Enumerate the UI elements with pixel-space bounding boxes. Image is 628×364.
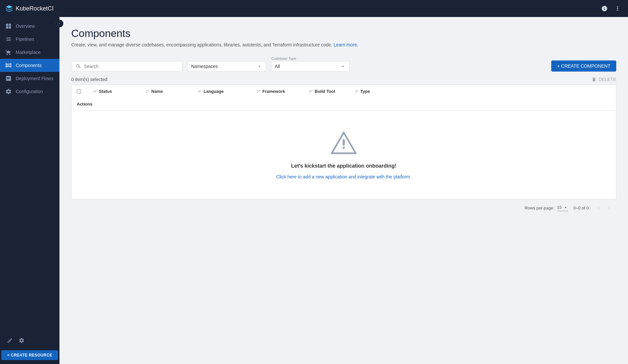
sidebar-collapse-button[interactable] (56, 20, 63, 27)
chevron-down-icon (256, 63, 262, 69)
sort-icon-name (145, 89, 150, 94)
sidebar-item-components[interactable]: Components (0, 59, 59, 72)
sidebar-item-pipelines[interactable]: Pipelines (0, 33, 59, 46)
page-description: Create, view, and manage diverse codebas… (71, 42, 616, 47)
sidebar-item-configuration[interactable]: Configuration (0, 85, 59, 98)
warning-icon (331, 130, 357, 158)
create-component-button[interactable]: + CREATE COMPONENT (551, 60, 616, 72)
sidebar-item-marketplace[interactable]: Marketplace (0, 46, 59, 59)
top-navigation: KubeRocketCI (0, 0, 628, 17)
components-icon (5, 62, 12, 69)
page-range: 0–0 of 0 (573, 206, 589, 210)
info-button[interactable] (599, 3, 610, 14)
namespaces-select[interactable]: Namespaces (188, 61, 266, 72)
toolbar: Namespaces Codebase Type All + CREATE CO… (71, 57, 616, 72)
th-build-tool[interactable]: Build Tool (304, 85, 349, 98)
main-layout: Overview Pipelines Marketplace Component… (0, 17, 628, 364)
edit-button[interactable] (5, 336, 14, 345)
rows-per-page: Rows per page: 15 (524, 205, 568, 211)
table-header: Status Name Language Framework Build Too… (72, 85, 616, 111)
sidebar-item-overview-label: Overview (16, 24, 35, 29)
sidebar-item-marketplace-label: Marketplace (16, 50, 41, 55)
page-navigation (594, 203, 614, 212)
page-title: Components (71, 27, 616, 40)
chevron-right-icon (606, 205, 612, 211)
sidebar-item-configuration-label: Configuration (16, 89, 43, 94)
settings-bottom-button[interactable] (17, 336, 26, 345)
prev-page-button[interactable] (594, 203, 603, 212)
search-icon (75, 63, 81, 69)
svg-point-0 (343, 147, 345, 149)
search-input[interactable] (84, 64, 178, 69)
sidebar-item-pipelines-label: Pipelines (16, 37, 34, 42)
codebase-type-select[interactable]: All (271, 61, 350, 72)
chevron-left-icon (596, 205, 602, 211)
search-wrapper (71, 61, 182, 72)
namespaces-value: Namespaces (191, 64, 218, 69)
next-page-button[interactable] (604, 203, 614, 212)
selection-count: 0 item(s) selected (71, 77, 107, 82)
empty-title: Let's kickstart the application onboardi… (291, 163, 396, 169)
th-framework[interactable]: Framework (251, 85, 304, 98)
th-status[interactable]: Status (88, 85, 140, 98)
table-empty-state: Let's kickstart the application onboardi… (72, 111, 616, 199)
namespaces-select-wrapper: Namespaces (188, 61, 266, 72)
sort-icon-type (355, 89, 359, 94)
pagination: Rows per page: 15 0–0 of 0 (71, 199, 616, 216)
sidebar-item-deployment-flows[interactable]: Deployment Flows (0, 72, 59, 85)
topnav-actions (599, 3, 623, 14)
rows-per-page-label: Rows per page: (524, 206, 554, 210)
cart-icon (5, 49, 12, 56)
grid-icon (5, 23, 12, 29)
components-table: Status Name Language Framework Build Too… (71, 85, 616, 199)
rows-per-page-select[interactable]: 15 (557, 205, 568, 211)
sort-icon-framework (256, 89, 261, 94)
selection-bar: 0 item(s) selected DELETE (71, 77, 616, 82)
main-content: Components Create, view, and manage dive… (59, 17, 628, 364)
delete-button[interactable]: DELETE (591, 77, 616, 82)
more-button[interactable] (612, 3, 623, 14)
app-logo: KubeRocketCI (5, 5, 599, 12)
th-type[interactable]: Type (349, 85, 388, 98)
select-all-checkbox[interactable] (77, 89, 81, 93)
codebase-type-label: Codebase Type (271, 57, 350, 60)
sort-icon-status (93, 89, 98, 94)
app-name: KubeRocketCI (16, 5, 54, 12)
sidebar-item-components-label: Components (16, 63, 41, 68)
learn-more-link[interactable]: Learn more. (334, 42, 358, 47)
flows-icon (5, 75, 12, 82)
create-resource-button[interactable]: + CREATE RESOURCE (1, 350, 58, 360)
rows-per-page-value: 15 (557, 205, 562, 210)
logo-icon (5, 5, 13, 12)
th-name[interactable]: Name (140, 85, 192, 98)
config-icon (5, 88, 12, 95)
rows-chevron-down-icon (563, 205, 568, 210)
codebase-type-value: All (275, 64, 280, 69)
sort-icon-build-tool (309, 89, 313, 94)
sidebar-item-overview[interactable]: Overview (0, 20, 59, 33)
sidebar-bottom (0, 332, 59, 349)
th-language[interactable]: Language (192, 85, 251, 98)
codebase-chevron-down-icon (340, 63, 346, 69)
sort-icon-language (198, 89, 202, 94)
th-checkbox (72, 85, 88, 98)
pipelines-icon (5, 36, 12, 42)
th-actions: Actions (72, 98, 88, 110)
sidebar: Overview Pipelines Marketplace Component… (0, 17, 59, 364)
sidebar-item-deployment-flows-label: Deployment Flows (16, 76, 53, 81)
codebase-type-select-wrapper: Codebase Type All (271, 57, 350, 72)
empty-action-link[interactable]: Click here to add a new application and … (276, 174, 411, 179)
trash-icon (591, 77, 597, 82)
